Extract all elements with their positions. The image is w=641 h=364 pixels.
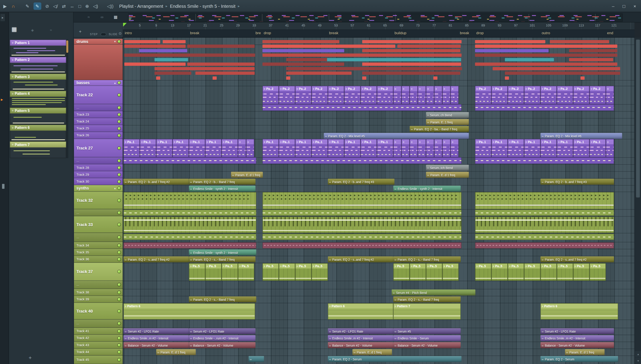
automation-clip[interactable]: ∞Serum #2 - LFO1 Rate bbox=[124, 328, 189, 334]
drum-clip[interactable] bbox=[154, 72, 191, 75]
drum-clip[interactable] bbox=[433, 76, 437, 80]
pattern-clip-tail[interactable] bbox=[475, 234, 614, 240]
drum-clip[interactable] bbox=[286, 67, 462, 70]
drum-clip[interactable] bbox=[124, 54, 255, 57]
pattern-clip[interactable]: ≡ bbox=[426, 86, 434, 104]
automation-clip[interactable]: ∞Endless Smile..m #2 - Intensit bbox=[540, 335, 614, 341]
track-header-track-24[interactable]: Track 24 bbox=[74, 118, 123, 125]
drum-clip[interactable] bbox=[475, 40, 545, 44]
automation-clip[interactable]: ∞Param. EQ 2 - b..and 7 freq #3 bbox=[540, 179, 614, 185]
pattern-clip[interactable]: ≡ bbox=[418, 139, 426, 157]
pattern-clip[interactable]: ≡Pa..2 bbox=[492, 86, 508, 104]
paint-tool-icon[interactable]: ✎ bbox=[34, 2, 41, 10]
performance-clip[interactable]: ►►►►►►►►►►►►►►►►►►►►►►►►►►►►►►►►►►►►►►►►… bbox=[475, 192, 614, 209]
pattern-clip-tail[interactable] bbox=[262, 234, 462, 240]
track-group-basses[interactable]: basses▴ bbox=[74, 80, 123, 86]
mute-indicator[interactable] bbox=[118, 166, 121, 169]
drum-clip[interactable] bbox=[505, 58, 554, 62]
automation-clip[interactable]: ∞Param. EQ 2 - s..and 7 freq #2 bbox=[124, 256, 189, 262]
automation-clip[interactable]: ∞Param. EQ 2 - Serum bbox=[540, 356, 618, 362]
automation-clip[interactable]: ×Serum..tch Bend bbox=[426, 165, 469, 171]
zoom-tool-icon[interactable]: ⊕ bbox=[85, 3, 89, 9]
drum-clip[interactable] bbox=[327, 58, 461, 62]
pattern-clip[interactable]: ≡ bbox=[450, 86, 459, 104]
pattern-clip-tail[interactable] bbox=[124, 157, 256, 164]
mute-tool-icon[interactable]: ◁/ bbox=[53, 3, 58, 9]
performance-clip[interactable] bbox=[262, 216, 462, 233]
pattern-clip[interactable]: ≡Pattern 6 bbox=[328, 303, 393, 320]
mute-indicator[interactable] bbox=[118, 283, 121, 286]
automation-clip[interactable]: ∞Serum #4 - Pitch Bend bbox=[392, 289, 476, 296]
play-icon[interactable]: ▶ bbox=[3, 3, 7, 9]
track-header-track-22[interactable]: Track 22 bbox=[74, 86, 123, 104]
automation-clip[interactable]: ∞Param. EQ 2 - s..- Band 7 freq bbox=[189, 296, 256, 302]
timeline-marker[interactable]: buildup bbox=[394, 31, 406, 35]
pattern-clip[interactable]: ≡Pa..5 bbox=[573, 263, 589, 281]
drum-clip[interactable] bbox=[154, 67, 254, 70]
mute-indicator[interactable] bbox=[118, 236, 121, 239]
drum-clip[interactable] bbox=[124, 40, 160, 44]
pattern-item-7[interactable]: ≡Pattern 7 bbox=[10, 142, 66, 148]
drum-clip[interactable] bbox=[569, 49, 618, 52]
pattern-clip[interactable]: ≡Pa..2 bbox=[475, 86, 491, 104]
picker-patterns-icon[interactable]: ▦ bbox=[11, 26, 17, 32]
scroll-up-button[interactable]: ▴ bbox=[635, 351, 641, 357]
track-header-track-27[interactable]: Track 27 bbox=[74, 139, 123, 157]
mute-indicator[interactable] bbox=[118, 358, 121, 361]
pattern-clip[interactable]: ≡ bbox=[442, 86, 450, 104]
drum-clip[interactable] bbox=[505, 72, 620, 75]
pattern-clip[interactable]: ≡Pa..5 bbox=[238, 263, 254, 281]
drum-clip[interactable] bbox=[262, 62, 344, 66]
pattern-clip[interactable]: ≡ bbox=[246, 139, 254, 157]
mute-indicator[interactable] bbox=[118, 330, 121, 332]
mute-indicator[interactable] bbox=[118, 146, 121, 149]
track-header-track-26[interactable]: Track 26 bbox=[74, 132, 123, 139]
pattern-clip[interactable]: ≡ bbox=[393, 86, 402, 104]
drum-clip[interactable] bbox=[580, 76, 584, 80]
automation-clip[interactable]: ∞Param. EQ 2 - Mix level #5 bbox=[324, 133, 469, 139]
drum-clip[interactable] bbox=[262, 44, 395, 48]
track-header-track-38[interactable]: Track 38 bbox=[74, 289, 123, 296]
track-header-track-28[interactable]: Track 28 bbox=[74, 164, 123, 171]
mute-indicator[interactable] bbox=[118, 40, 121, 43]
preview-tool-icon[interactable]: ◁) bbox=[93, 3, 98, 9]
drum-clip[interactable] bbox=[550, 40, 609, 44]
pattern-clip-tail[interactable] bbox=[475, 157, 614, 164]
performance-clip[interactable]: ►►►►►►►►►►►►►►►►►►►►►►►►►►►►►►►►►►►►►►►►… bbox=[124, 192, 256, 209]
slide-tool-icon[interactable]: ✎ bbox=[26, 3, 30, 9]
pattern-item-6[interactable]: ≡Pattern 6 bbox=[10, 124, 66, 130]
automation-clip[interactable]: ∞Serum #2 - LFO1 Rate bbox=[189, 328, 256, 334]
pattern-clip[interactable]: ≡Pa..1 bbox=[344, 139, 360, 157]
pattern-clip[interactable]: ≡Pa..1 bbox=[140, 139, 156, 157]
automation-clip[interactable]: ∞Serum #5 bbox=[393, 328, 461, 334]
drum-clip[interactable] bbox=[124, 62, 186, 66]
automation-clip[interactable]: ∞Endless Smile - synth 2 - Intensit bbox=[189, 186, 256, 192]
pattern-clip[interactable]: ≡Pa..5 bbox=[524, 263, 540, 281]
pattern-clip[interactable]: ≡Pa..2 bbox=[557, 86, 573, 104]
automation-clip[interactable]: ×Serum..ch Bend bbox=[426, 112, 469, 118]
timeline-bar-numbers-row[interactable] bbox=[123, 22, 634, 30]
automation-clip[interactable]: ∞Param. EQ 2 - ba..- Band 7 freq bbox=[410, 126, 469, 132]
automation-clip[interactable]: ∞Balance - Serum #2 - Volume bbox=[328, 342, 393, 348]
pattern-item-2[interactable]: ≡Pattern 2 bbox=[10, 56, 66, 63]
drum-clip[interactable] bbox=[187, 62, 254, 66]
track-group-synths[interactable]: synths▴ bbox=[74, 185, 123, 192]
track-header-track-32[interactable]: Track 32 bbox=[74, 192, 123, 209]
automation-clip[interactable]: ∞Endless Smile - Serum bbox=[393, 335, 461, 341]
track-group-content[interactable] bbox=[74, 44, 123, 80]
automation-clip[interactable]: ∞Serum #2 - LFO1 Rate bbox=[540, 328, 614, 334]
track-header-unnamed[interactable]: ... bbox=[74, 320, 123, 328]
track-header-track-36[interactable]: Track 36 bbox=[74, 256, 123, 263]
pattern-clip[interactable]: ≡Pa..5 bbox=[189, 263, 205, 281]
automation-clip[interactable]: ∞Balance - Serum #2 - Volume bbox=[540, 342, 614, 348]
pattern-clip[interactable]: ≡Pa..1 bbox=[205, 139, 222, 157]
overview-scroll-right-button[interactable]: ▸ bbox=[0, 14, 5, 22]
automation-clip[interactable]: ∞Param. EQ 2 - s..and 7 freq #2 bbox=[328, 256, 393, 262]
track-header-track-40[interactable]: Track 40 bbox=[74, 303, 123, 320]
track-header-track-37[interactable]: Track 37 bbox=[74, 263, 123, 281]
pattern-clip[interactable]: ≡Pa..1 bbox=[156, 139, 172, 157]
pattern-clip[interactable]: ≡Pa..5 bbox=[540, 263, 557, 281]
track-header-unnamed[interactable]: ... bbox=[74, 209, 123, 216]
drum-clip[interactable] bbox=[262, 54, 462, 57]
pattern-clip[interactable]: ≡Pa..5 bbox=[393, 263, 410, 281]
